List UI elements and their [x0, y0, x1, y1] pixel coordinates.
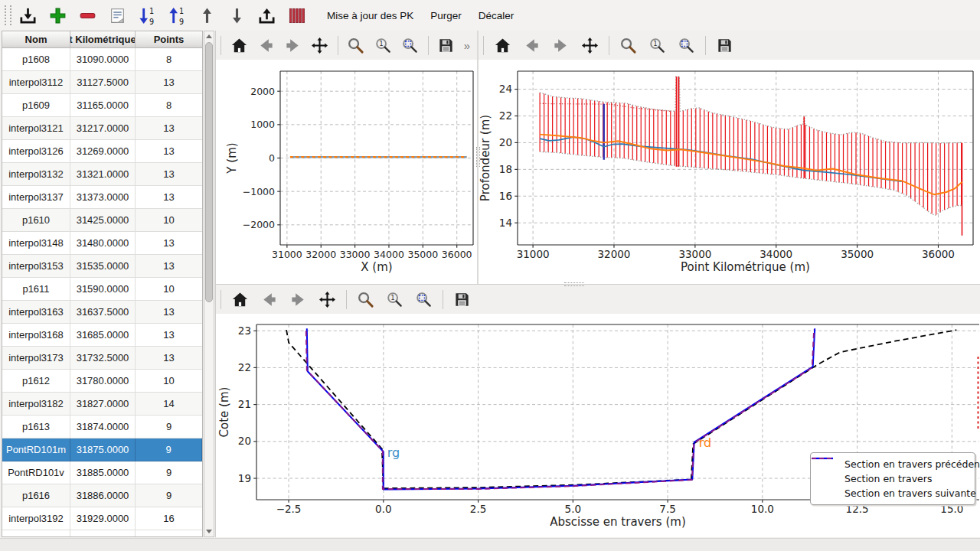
zoom-one-button[interactable]: 1 [647, 35, 668, 56]
pan-button[interactable] [317, 289, 338, 310]
figure-divider-horizontal[interactable] [216, 284, 980, 285]
table-row-interpol3163[interactable]: interpol316331637.500013 [2, 301, 202, 324]
legend-entry: Section en travers suivante [816, 486, 969, 500]
profile-figure-canvas[interactable]: 3100032000330003400035000360001416182022… [479, 60, 980, 284]
back-icon [523, 37, 541, 54]
zoom-button[interactable] [618, 35, 639, 56]
table-row-interpol3132[interactable]: interpol313231321.000013 [2, 163, 202, 186]
scrollbar-up-arrow[interactable] [204, 31, 214, 41]
table-row-interpol3112[interactable]: interpol311231127.500013 [2, 71, 202, 94]
table-row-PontRD101m[interactable]: PontRD101m31875.00009 [2, 439, 202, 461]
home-button[interactable] [492, 35, 513, 56]
remove-button[interactable] [76, 4, 99, 27]
back-button[interactable] [256, 35, 275, 56]
table-row-p1616[interactable]: p161631886.00009 [2, 484, 202, 507]
cell-nom: p1616 [2, 484, 70, 507]
update-pk-button[interactable]: Mise à jour des PK [318, 5, 422, 26]
back-button[interactable] [259, 289, 279, 310]
down-button[interactable] [225, 4, 248, 27]
table-row-PontRD101v[interactable]: PontRD101v31885.00009 [2, 461, 202, 484]
vertical-splitter-grip[interactable] [476, 147, 480, 167]
main-toolbar-icons: 1919 [16, 4, 308, 27]
scrollbar-down-arrow[interactable] [204, 527, 214, 536]
table-row-interpol3192[interactable]: interpol319231929.000016 [2, 507, 202, 530]
cell-empty [136, 530, 202, 536]
table-row-p1609[interactable]: p160931165.00008 [2, 94, 202, 117]
column-header-pk[interactable]: t Kilométrique [70, 31, 136, 47]
shift-button[interactable]: Décaler [470, 5, 523, 26]
cell-points: 13 [136, 117, 202, 139]
save-button[interactable] [436, 35, 455, 56]
table-row-interpol3121[interactable]: interpol312131217.000013 [2, 117, 202, 140]
status-strip [0, 538, 980, 551]
save-button[interactable] [714, 35, 735, 56]
table-row-interpol3182[interactable]: interpol318231827.000014 [2, 393, 202, 416]
table-row-interpol3173[interactable]: interpol317331732.500013 [2, 347, 202, 370]
table-row-interpol3126[interactable]: interpol312631269.000013 [2, 140, 202, 163]
back-icon [257, 37, 275, 54]
zoom-button[interactable] [347, 35, 365, 56]
table-row-p1610[interactable]: p161031425.000010 [2, 209, 202, 232]
plan-figure-canvas[interactable]: 310003200033000340003500036000−2000−1000… [216, 60, 477, 284]
column-header-nom[interactable]: Nom [2, 31, 70, 47]
zoom-region-button[interactable] [676, 35, 697, 56]
table-row-p1612[interactable]: p161231780.000010 [2, 370, 202, 393]
scrollbar-handle[interactable] [205, 42, 213, 302]
zoom-button[interactable] [355, 289, 376, 310]
cell-points: 16 [136, 507, 202, 530]
table-header[interactable]: Nomt KilométriquePoints [2, 31, 202, 48]
cell-nom: interpol3137 [2, 186, 70, 208]
table-scrollbar[interactable] [204, 31, 214, 537]
cell-nom: p1611 [2, 278, 70, 300]
cell-points: 13 [136, 347, 202, 369]
home-button[interactable] [230, 289, 250, 310]
table-row-interpol3137[interactable]: interpol313731373.000013 [2, 186, 202, 209]
cell-nom: p1608 [2, 48, 70, 70]
home-icon [494, 37, 511, 54]
sections-button[interactable] [285, 4, 308, 27]
horizontal-splitter-grip[interactable] [564, 282, 584, 286]
save-button[interactable] [452, 289, 472, 310]
remove-icon [78, 6, 97, 25]
zoom-region-button[interactable] [400, 35, 419, 56]
pan-button[interactable] [580, 35, 600, 56]
section-figure-canvas[interactable]: rgrd−2.50.02.55.07.510.012.515.019202122… [216, 314, 980, 537]
svg-text:34000: 34000 [374, 249, 404, 260]
table-row-p1611[interactable]: p161131590.000010 [2, 278, 202, 301]
back-icon [260, 291, 278, 308]
forward-button[interactable] [550, 35, 571, 56]
sort-desc-button[interactable]: 19 [136, 4, 158, 27]
purge-button[interactable]: Purger [422, 5, 470, 26]
home-button[interactable] [230, 35, 248, 56]
zoom-region-button[interactable] [413, 289, 434, 310]
table-row-interpol3148[interactable]: interpol314831480.000013 [2, 232, 202, 255]
cell-pk: 31269.0000 [70, 140, 136, 162]
up-button[interactable] [195, 4, 218, 27]
svg-text:0: 0 [269, 152, 275, 164]
forward-button[interactable] [288, 289, 309, 310]
svg-text:35000: 35000 [841, 248, 874, 260]
save-icon [437, 37, 455, 54]
note-button[interactable] [106, 4, 129, 27]
zoom-one-button[interactable]: 1 [374, 35, 392, 56]
import-button[interactable] [16, 4, 39, 27]
svg-text:18: 18 [499, 163, 512, 175]
profile-chart[interactable]: 3100032000330003400035000360001416182022… [479, 60, 980, 284]
svg-text:0.0: 0.0 [375, 503, 391, 515]
add-button[interactable] [46, 4, 69, 27]
zoom-one-icon: 1 [374, 37, 392, 54]
table-row-interpol3153[interactable]: interpol315331535.000013 [2, 255, 202, 278]
table-row-p1608[interactable]: p160831090.00008 [2, 48, 202, 71]
forward-button[interactable] [283, 35, 302, 56]
column-header-points[interactable]: Points [136, 31, 202, 47]
plan-chart[interactable]: 310003200033000340003500036000−2000−1000… [216, 60, 477, 284]
sort-asc-button[interactable]: 19 [165, 4, 188, 27]
toolbar-grip[interactable] [5, 5, 11, 25]
back-button[interactable] [521, 35, 542, 56]
pan-button[interactable] [311, 35, 329, 56]
export-button[interactable] [255, 4, 278, 27]
table-row-interpol3168[interactable]: interpol316831685.000013 [2, 324, 202, 347]
zoom-one-button[interactable]: 1 [384, 289, 405, 310]
table-row-p1613[interactable]: p161331874.00009 [2, 416, 202, 439]
toolbar-overflow-chevron[interactable]: » [464, 39, 477, 52]
